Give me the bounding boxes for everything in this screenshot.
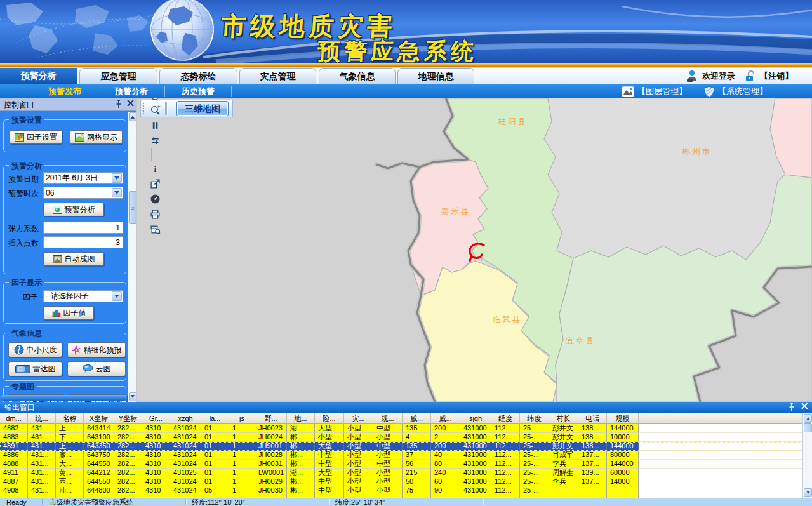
pin-icon[interactable] [116,100,122,109]
zoom-window-icon[interactable] [148,102,162,117]
factor-combobox[interactable]: --请选择因子- [43,290,123,302]
output-scroll-up-icon[interactable] [804,414,812,423]
panel-scroll-up-icon[interactable] [129,112,136,121]
refresh-swap-icon[interactable] [148,133,162,148]
column-header[interactable]: xzqh [170,413,201,424]
welcome-login-button[interactable]: 欢迎登录 [685,70,735,83]
table-row[interactable]: 4911431...黄...644212282...4310431025011L… [0,469,802,477]
factor-value-button[interactable]: 因子值 [43,306,94,320]
column-header[interactable]: 野... [255,413,287,424]
table-row[interactable]: 4886431...廖...643750282...4310431024011J… [0,451,802,460]
pause-icon[interactable] [148,117,162,133]
panel-scroll-thumb[interactable] [129,191,136,224]
mesoscale-button[interactable]: 中小尺度 [8,342,62,357]
tension-coefficient-input[interactable] [43,222,123,234]
tab-warning-analysis[interactable]: 预警分析 [0,68,77,84]
table-cell: JH0024 [255,433,287,442]
table-row[interactable]: 4908431...油...644800282...4310431024051J… [0,486,802,495]
panel-scroll-down-icon[interactable] [129,392,136,401]
table-row[interactable]: 4883431...下...643100282...4310431024011J… [0,433,802,442]
output-scrollbar[interactable] [802,413,812,498]
system-management-button[interactable]: 【系统管理】 [703,86,768,98]
column-header[interactable]: js [229,413,255,424]
tab-disaster-points[interactable]: 灾点管理 [239,68,316,84]
warning-time-label: 预警时次 [8,189,39,199]
subtab-warning-analysis[interactable]: 预警分析 [98,86,165,97]
output-close-icon[interactable] [801,403,808,409]
warning-time-dropdown-icon[interactable] [112,188,122,197]
column-header[interactable]: Gr... [142,413,170,424]
table-cell: 431025 [170,469,201,477]
county-label: 郴州市 [682,147,712,156]
column-header[interactable]: 经度 [491,413,520,424]
column-header[interactable]: 村长 [549,413,578,424]
output-pin-icon[interactable] [789,403,795,411]
warning-time-combobox[interactable]: 06 [43,187,123,199]
export-icon[interactable] [148,176,162,191]
column-header[interactable]: 规... [373,413,403,424]
fine-forecast-button[interactable]: 精细化预报 [67,342,126,357]
logout-button[interactable]: 【注销】 [744,70,793,83]
output-scroll-down-icon[interactable] [804,488,812,497]
column-header[interactable]: 威... [403,413,431,424]
layer-management-button[interactable]: 【图层管理】 [622,86,687,97]
panel-scrollbar[interactable] [128,112,136,402]
column-header[interactable]: 规模 [607,413,639,424]
tab-geographic-info[interactable]: 地理信息 [397,68,474,84]
tab-situation-plotting[interactable]: 态势标绘 [159,68,237,84]
table-row[interactable]: 4882431...上...643414282...4310431024011J… [0,424,802,433]
column-header[interactable]: 地... [287,413,315,424]
grid-display-button[interactable]: 网格显示 [70,130,123,144]
status-latitude: 纬度:25° 10′ 34″ [335,498,385,506]
table-cell: 郴... [287,477,315,486]
gauge-icon[interactable] [148,191,162,206]
shield-icon [703,86,715,98]
cloud-button[interactable]: 云图 [67,361,126,376]
warning-analyze-button[interactable]: 预警分析 [43,203,104,216]
subtab-warning-publish[interactable]: 预警发布 [32,86,98,97]
output-table[interactable]: dm...统...名称X坐标Y坐标Gr...xzqhla...js野...地..… [0,413,802,498]
insert-points-input[interactable] [43,236,123,248]
table-cell: 431024 [170,460,201,469]
column-header[interactable]: 险... [315,413,344,424]
warning-date-dropdown-icon[interactable] [112,173,122,183]
close-panel-icon[interactable] [127,100,134,107]
factor-settings-button[interactable]: 因子设置 [10,130,62,144]
column-header[interactable]: 纬度 [520,413,549,424]
table-cell: 下... [56,433,84,442]
tab-weather-info[interactable]: 气象信息 [319,68,396,84]
output-scroll-thumb[interactable] [804,423,812,432]
globe-logo [151,0,213,61]
column-header[interactable]: 名称 [56,413,84,424]
table-row[interactable]: 4888431...大...644550282...4310431024011J… [0,460,802,469]
column-header[interactable]: 统... [28,413,56,424]
auto-map-button[interactable]: 自动成图 [43,252,104,266]
table-row[interactable]: 4891431...上...643350282...4310431024011J… [0,442,802,451]
print-icon[interactable] [148,206,162,222]
info-icon[interactable]: i [148,161,162,176]
column-header[interactable]: X坐标 [84,413,114,424]
print-preview-icon[interactable] [148,222,162,237]
column-header[interactable]: Y坐标 [114,413,142,424]
table-cell: 廖... [56,451,84,460]
toolbar-grip[interactable] [142,102,145,115]
subtab-history-warning[interactable]: 历史预警 [165,86,232,97]
table-row[interactable]: 4887431...西...644550282...4310431024011J… [0,477,802,486]
map-graphic[interactable]: 桂阳县郴州市嘉禾县临武县宜章县 [136,98,812,402]
warning-date-combobox[interactable]: 2011年 6月 3日 [43,172,123,184]
column-header[interactable]: 灾... [344,413,373,424]
column-header[interactable]: dm... [0,413,28,424]
table-cell: 137... [578,460,607,469]
gold-divider [0,63,812,67]
column-header[interactable]: sjqh [460,413,491,424]
tab-emergency-mgmt[interactable]: 应急管理 [79,68,157,84]
column-header[interactable]: 电话 [578,413,607,424]
map-3d-button[interactable]: 三维地图 [176,101,229,116]
column-header[interactable]: 威... [431,413,460,424]
radar-button[interactable]: 雷达图 [8,361,62,376]
map-canvas[interactable]: 桂阳县郴州市嘉禾县临武县宜章县 i 三维地图 [136,98,812,402]
table-cell: 李兵 [549,477,578,486]
factor-dropdown-icon[interactable] [112,291,122,301]
column-header[interactable]: la... [201,413,229,424]
table-cell: 黄... [56,469,84,477]
